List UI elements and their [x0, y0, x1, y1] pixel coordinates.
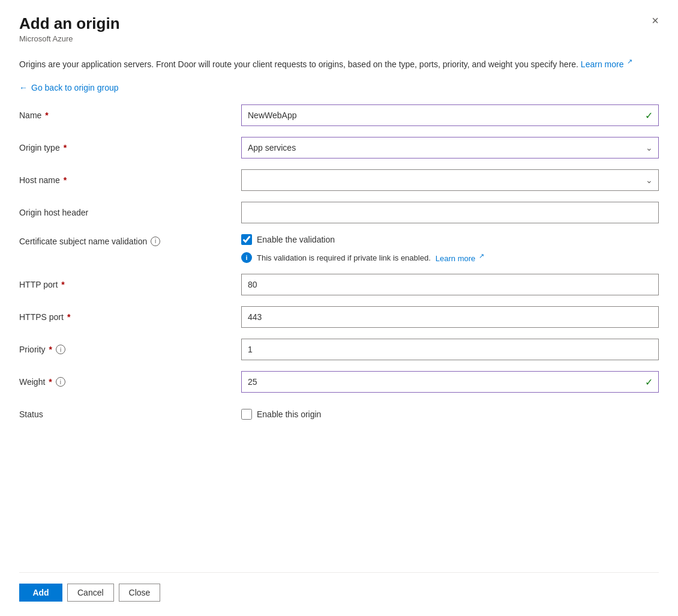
status-checkbox-label: Enable this origin: [257, 409, 321, 419]
host-name-select[interactable]: [241, 169, 659, 191]
weight-input[interactable]: [241, 371, 659, 393]
cert-learn-more-link[interactable]: Learn more ↗: [436, 252, 484, 263]
weight-valid-icon: ✓: [645, 376, 653, 388]
cert-validation-checkbox[interactable]: [241, 234, 252, 245]
priority-input[interactable]: [241, 339, 659, 360]
host-name-select-wrap: ⌄: [241, 169, 659, 191]
origin-host-header-input-wrap: [241, 202, 659, 223]
info-circle-icon: i: [241, 252, 252, 263]
name-label: Name *: [19, 110, 241, 120]
cancel-button[interactable]: Cancel: [67, 584, 114, 602]
priority-required-star: *: [49, 345, 52, 354]
origin-host-header-input[interactable]: [241, 202, 659, 223]
http-port-input-wrap: [241, 274, 659, 295]
origin-host-header-label: Origin host header: [19, 208, 241, 217]
add-origin-panel: Add an origin Microsoft Azure × Origins …: [0, 0, 678, 616]
panel-title: Add an origin: [19, 14, 659, 33]
origin-type-row: Origin type * App services Storage Cloud…: [19, 137, 659, 159]
https-port-required-star: *: [67, 312, 70, 322]
origin-type-required-star: *: [64, 143, 67, 152]
go-back-link[interactable]: ← Go back to origin group: [19, 83, 659, 92]
name-input[interactable]: [241, 104, 659, 126]
priority-info-icon[interactable]: i: [56, 345, 65, 354]
http-port-input[interactable]: [241, 274, 659, 295]
weight-required-star: *: [49, 377, 52, 387]
cert-validation-label: Certificate subject name validation i: [19, 234, 241, 246]
cert-validation-info-icon[interactable]: i: [151, 237, 160, 246]
cert-validation-control: Enable the validation i This validation …: [241, 234, 659, 263]
external-link-icon: ↗: [627, 58, 632, 65]
name-required-star: *: [45, 110, 48, 120]
close-button[interactable]: Close: [119, 584, 161, 602]
name-input-wrap: ✓: [241, 104, 659, 126]
host-name-label: Host name *: [19, 175, 241, 185]
weight-input-wrap: ✓: [241, 371, 659, 393]
https-port-input-wrap: [241, 306, 659, 328]
panel-description: Origins are your application servers. Fr…: [19, 56, 659, 71]
origin-type-label: Origin type *: [19, 143, 241, 152]
status-checkbox-wrap: Enable this origin: [241, 409, 659, 420]
https-port-input[interactable]: [241, 306, 659, 328]
weight-label: Weight * i: [19, 377, 241, 387]
https-port-label: HTTPS port *: [19, 312, 241, 322]
priority-input-wrap: [241, 339, 659, 360]
http-port-row: HTTP port *: [19, 274, 659, 295]
cert-validation-row: Certificate subject name validation i En…: [19, 234, 659, 263]
add-button[interactable]: Add: [19, 584, 62, 602]
form-body: Name * ✓ Origin type * App services Stor…: [19, 104, 659, 560]
learn-more-link-description[interactable]: Learn more ↗: [581, 59, 632, 69]
priority-label: Priority * i: [19, 345, 241, 354]
arrow-left-icon: ←: [19, 83, 28, 92]
close-icon-button[interactable]: ×: [647, 12, 664, 29]
status-checkbox[interactable]: [241, 409, 252, 420]
panel-header: Add an origin Microsoft Azure: [19, 14, 659, 43]
cert-external-link-icon: ↗: [479, 252, 484, 259]
origin-type-select[interactable]: App services Storage Cloud service Custo…: [241, 137, 659, 159]
priority-row: Priority * i: [19, 339, 659, 360]
panel-subtitle: Microsoft Azure: [19, 34, 659, 43]
name-row: Name * ✓: [19, 104, 659, 126]
cert-validation-checkbox-label: Enable the validation: [257, 235, 335, 244]
https-port-row: HTTPS port *: [19, 306, 659, 328]
weight-row: Weight * i ✓: [19, 371, 659, 393]
http-port-label: HTTP port *: [19, 280, 241, 289]
name-valid-icon: ✓: [645, 109, 653, 121]
cert-validation-info-message: i This validation is required if private…: [241, 252, 484, 263]
weight-info-icon[interactable]: i: [56, 377, 65, 387]
host-name-row: Host name * ⌄: [19, 169, 659, 191]
cert-validation-checkbox-line: Enable the validation: [241, 234, 335, 245]
origin-type-select-wrap: App services Storage Cloud service Custo…: [241, 137, 659, 159]
http-port-required-star: *: [61, 280, 64, 289]
origin-host-header-row: Origin host header: [19, 202, 659, 223]
status-row: Status Enable this origin: [19, 403, 659, 425]
status-label: Status: [19, 409, 241, 419]
panel-footer: Add Cancel Close: [19, 573, 659, 616]
host-name-required-star: *: [64, 175, 67, 185]
